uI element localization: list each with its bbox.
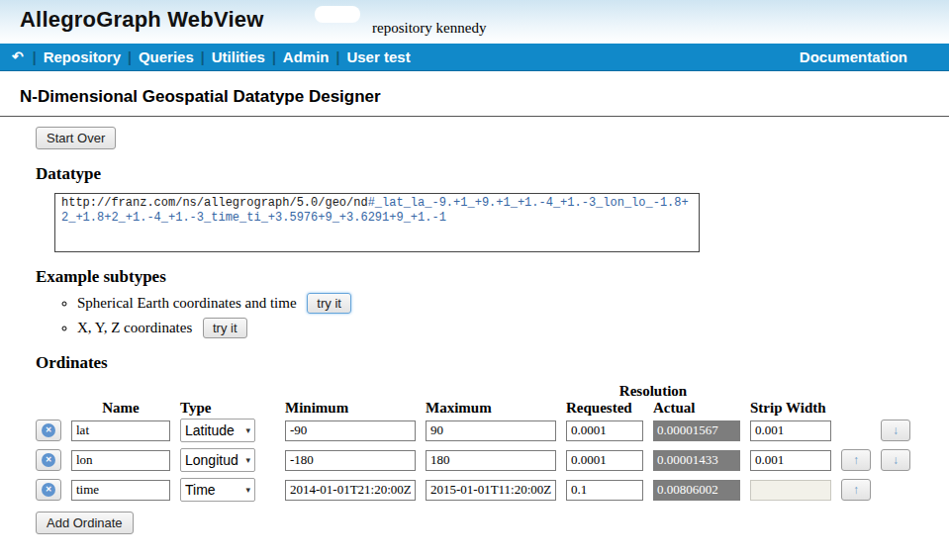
redacted-blob <box>315 6 360 23</box>
nav-item-user[interactable]: User test <box>346 48 410 65</box>
datatype-heading: Datatype <box>36 164 949 184</box>
strip-width-input[interactable] <box>750 450 831 471</box>
move-up-button[interactable]: ↑ <box>841 449 871 471</box>
col-header-strip-width: Strip Width <box>750 400 831 417</box>
app-header: AllegroGraph WebView repository kennedy <box>0 0 949 44</box>
ordinates-table: Resolution Name Type Minimum Maximum Req… <box>36 383 949 502</box>
name-input[interactable] <box>71 420 170 441</box>
nav-item-queries[interactable]: Queries <box>139 48 194 65</box>
delete-icon: ✕ <box>42 483 55 497</box>
add-ordinate-button[interactable]: Add Ordinate <box>36 512 134 534</box>
col-header-minimum: Minimum <box>285 400 416 417</box>
name-input[interactable] <box>71 450 170 471</box>
example-item-spherical: Spherical Earth coordinates and time try… <box>77 293 949 314</box>
minimum-input[interactable] <box>285 420 416 441</box>
actual-resolution-value: 0.00806002 <box>653 480 740 501</box>
move-up-button[interactable]: ↑ <box>841 479 871 501</box>
app-title: AllegroGraph WebView <box>20 7 263 33</box>
examples-heading: Example subtypes <box>36 267 949 287</box>
move-down-button[interactable]: ↓ <box>881 420 910 441</box>
try-it-button-spherical[interactable]: try it <box>307 293 351 314</box>
chevron-down-icon: ▾ <box>245 485 250 495</box>
delete-icon: ✕ <box>42 453 55 467</box>
example-item-xyz: X, Y, Z coordinates try it <box>77 318 949 338</box>
try-it-button-xyz[interactable]: try it <box>203 318 247 338</box>
example-label: Spherical Earth coordinates and time <box>77 295 297 311</box>
ordinate-row-lat: ✕ Latitude▾ 0.00001567 ↓ <box>36 419 949 442</box>
nav-item-documentation[interactable]: Documentation <box>800 48 907 65</box>
col-header-maximum: Maximum <box>426 400 556 417</box>
delete-ordinate-button[interactable]: ✕ <box>36 479 61 501</box>
type-select[interactable]: Longitud▾ <box>180 448 255 472</box>
start-over-button[interactable]: Start Over <box>36 127 116 149</box>
col-header-type: Type <box>180 400 275 417</box>
example-subtypes-list: Spherical Earth coordinates and time try… <box>77 293 949 338</box>
nav-item-admin[interactable]: Admin <box>283 48 330 65</box>
requested-resolution-input[interactable] <box>566 420 643 441</box>
col-header-name: Name <box>71 400 170 417</box>
type-select[interactable]: Latitude▾ <box>180 419 255 442</box>
main-navbar: ↶ | Repository | Queries | Utilities | A… <box>0 44 949 71</box>
columns-header-row: Name Type Minimum Maximum Requested Actu… <box>36 400 949 417</box>
requested-resolution-input[interactable] <box>566 480 643 501</box>
minimum-input[interactable] <box>285 480 416 501</box>
chevron-down-icon: ▾ <box>245 455 250 465</box>
name-input[interactable] <box>71 480 170 501</box>
title-band: N-Dimensional Geospatial Datatype Design… <box>0 71 949 117</box>
datatype-uri-base: http://franz.com/ns/allegrograph/5.0/geo… <box>61 196 368 210</box>
type-select[interactable]: Time▾ <box>180 478 255 502</box>
col-header-requested: Requested <box>566 400 643 417</box>
datatype-uri-box: http://franz.com/ns/allegrograph/5.0/geo… <box>54 193 700 252</box>
back-icon[interactable]: ↶ <box>12 48 24 64</box>
nav-item-utilities[interactable]: Utilities <box>212 48 265 65</box>
strip-width-input-disabled <box>750 480 831 501</box>
ordinate-row-time: ✕ Time▾ 0.00806002 ↑ <box>36 478 949 502</box>
maximum-input[interactable] <box>426 450 556 471</box>
page-title: N-Dimensional Geospatial Datatype Design… <box>20 87 949 107</box>
strip-width-input[interactable] <box>750 420 831 441</box>
delete-ordinate-button[interactable]: ✕ <box>36 420 61 441</box>
resolution-header-row: Resolution <box>36 383 949 400</box>
maximum-input[interactable] <box>426 480 556 501</box>
col-header-actual: Actual <box>653 400 740 417</box>
repository-label: repository kennedy <box>372 20 486 37</box>
delete-icon: ✕ <box>42 423 55 437</box>
delete-ordinate-button[interactable]: ✕ <box>36 449 61 471</box>
maximum-input[interactable] <box>426 420 556 441</box>
move-down-button[interactable]: ↓ <box>881 449 910 471</box>
ordinate-row-lon: ✕ Longitud▾ 0.00001433 ↑ ↓ <box>36 448 949 472</box>
ordinates-heading: Ordinates <box>36 353 949 373</box>
chevron-down-icon: ▾ <box>245 425 250 435</box>
actual-resolution-value: 0.00001433 <box>653 450 740 471</box>
resolution-header: Resolution <box>566 383 740 400</box>
actual-resolution-value: 0.00001567 <box>653 420 740 441</box>
requested-resolution-input[interactable] <box>566 450 643 471</box>
nav-item-repository[interactable]: Repository <box>44 48 121 65</box>
minimum-input[interactable] <box>285 450 416 471</box>
example-label: X, Y, Z coordinates <box>77 320 192 335</box>
